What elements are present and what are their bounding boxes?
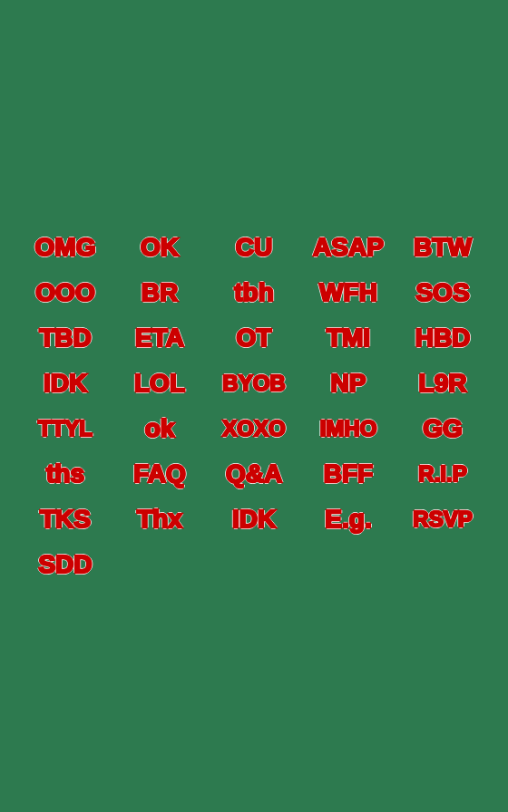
abbr-ths: ths	[46, 459, 84, 488]
abbr-tbd: TBD	[39, 324, 92, 353]
abbr-imho: IMHO	[320, 416, 377, 441]
abbr-lsr: L9R	[419, 369, 467, 398]
abbr-cu: CU	[236, 233, 272, 262]
abbr-gg: GG	[423, 414, 463, 443]
abbr-wfh: WFH	[319, 278, 377, 307]
abbr-sos: SOS	[415, 278, 469, 307]
abbr-tbh: tbh	[234, 278, 274, 307]
abbr-rip: R.I.P	[418, 461, 466, 487]
abbr-faq: FAQ	[133, 459, 186, 488]
abbr-tmi: TMI	[327, 324, 370, 353]
abbreviations-grid: OMGOKCUASAPBTWOOOBRtbhWFHSOSTBDETAOTTMIH…	[9, 215, 499, 597]
abbr-byob: BYOB	[222, 371, 285, 396]
abbr-br: BR	[142, 278, 178, 307]
abbr-hbd: HBD	[415, 324, 471, 353]
abbr-asap: ASAP	[313, 233, 384, 262]
abbr-thx: Thx	[137, 505, 182, 534]
abbr-eg: E.g.	[325, 505, 371, 534]
abbr-omg: OMG	[35, 233, 96, 262]
abbr-btw: BTW	[414, 233, 472, 262]
abbr-ttyl: TTYL	[38, 416, 93, 441]
abbr-ok1: OK	[141, 233, 179, 262]
abbr-ot: OT	[237, 324, 272, 353]
abbr-idk2: IDK	[232, 505, 276, 534]
abbr-xoxo: XOXO	[222, 416, 285, 441]
abbr-np: NP	[331, 369, 366, 398]
abbr-idk1: IDK	[44, 369, 87, 398]
abbr-eta: ETA	[135, 324, 184, 353]
abbr-lol: LOL	[134, 369, 185, 398]
abbr-sdd: SDD	[38, 550, 92, 579]
abbr-tks: TKS	[40, 505, 91, 534]
abbr-ok2: ok	[145, 414, 175, 443]
abbr-qanda: Q&A	[226, 459, 282, 488]
abbr-ooo: OOO	[35, 278, 94, 307]
abbr-bff: BFF	[324, 459, 373, 488]
abbr-rsvp: RSVP	[413, 507, 472, 532]
